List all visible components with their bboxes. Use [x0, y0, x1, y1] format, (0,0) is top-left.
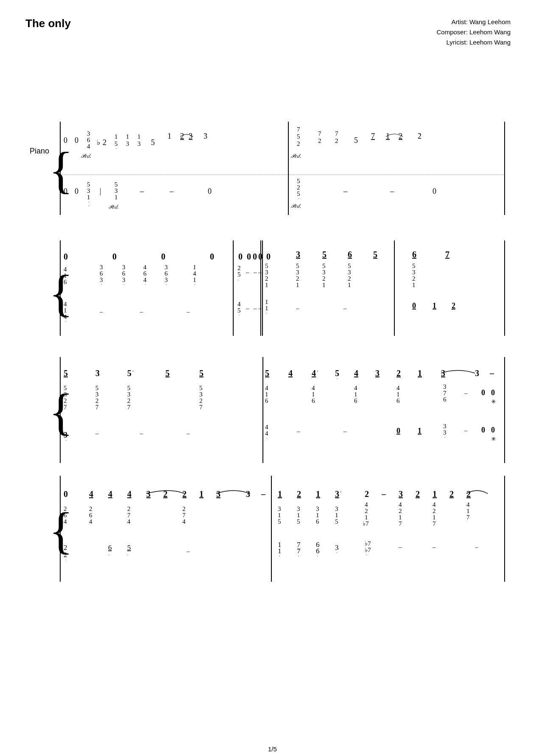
svg-text:0: 0 [396, 427, 400, 435]
svg-text:2: 2 [399, 508, 402, 514]
svg-text:5: 5 [237, 271, 241, 278]
svg-text:1: 1 [418, 427, 422, 435]
svg-text:6: 6 [265, 397, 268, 404]
svg-text:–: – [140, 308, 143, 315]
page-number: 1/5 [268, 745, 277, 753]
svg-text:5: 5 [64, 385, 67, 391]
svg-text:3: 3 [335, 505, 338, 512]
svg-text:4: 4 [466, 501, 470, 508]
svg-text:6: 6 [64, 279, 67, 285]
svg-text:4: 4 [87, 143, 90, 150]
svg-text:·: · [205, 131, 206, 137]
svg-text:6: 6 [143, 270, 147, 277]
svg-text:1: 1 [466, 508, 470, 514]
svg-text:3: 3 [443, 423, 447, 430]
svg-text:5: 5 [87, 181, 90, 188]
svg-text:{: { [49, 142, 73, 198]
svg-text:4: 4 [433, 501, 436, 508]
svg-text:1: 1 [433, 301, 436, 310]
svg-text:5: 5 [322, 262, 326, 269]
svg-text:·: · [65, 550, 66, 555]
svg-text:1: 1 [354, 391, 357, 398]
svg-text:–: – [186, 308, 190, 315]
svg-text:5: 5 [127, 368, 131, 378]
svg-text:–: – [489, 368, 494, 378]
svg-text:–: – [464, 390, 468, 396]
svg-text:3: 3 [127, 391, 131, 398]
svg-text:1: 1 [322, 282, 326, 288]
svg-text:·: · [317, 368, 318, 374]
svg-text:7: 7 [443, 390, 447, 396]
svg-text:2: 2 [237, 265, 241, 271]
svg-text:4: 4 [312, 368, 316, 378]
svg-text:1: 1 [348, 282, 351, 288]
svg-text:5: 5 [165, 368, 170, 378]
svg-text:3: 3 [399, 489, 403, 499]
svg-text:6: 6 [108, 544, 112, 552]
svg-text:2: 2 [365, 508, 368, 514]
svg-text:3: 3 [64, 391, 67, 398]
svg-text:1: 1 [316, 512, 319, 519]
svg-text:3: 3 [412, 269, 416, 276]
svg-text:7: 7 [127, 404, 131, 410]
svg-text:♭: ♭ [97, 138, 100, 147]
svg-text:–: – [258, 269, 262, 276]
svg-text:3: 3 [122, 264, 126, 271]
svg-text:5: 5 [354, 136, 358, 145]
svg-text:0: 0 [64, 136, 67, 145]
svg-text:–: – [398, 544, 402, 550]
svg-text:4: 4 [182, 518, 186, 525]
svg-text:2: 2 [103, 138, 106, 147]
svg-text:·: · [65, 319, 66, 324]
svg-text:3: 3 [95, 368, 100, 378]
svg-text:2: 2 [297, 489, 301, 499]
svg-text:–: – [246, 269, 249, 276]
svg-text:3: 3 [216, 489, 221, 499]
svg-text:0: 0 [210, 252, 214, 261]
svg-text:·: · [444, 435, 446, 440]
svg-text:1: 1 [64, 272, 67, 279]
svg-text:6: 6 [89, 512, 92, 519]
svg-text:2: 2 [265, 275, 268, 282]
svg-text:2: 2 [64, 397, 67, 404]
svg-text:·: · [88, 203, 89, 208]
svg-text:6: 6 [122, 270, 126, 277]
svg-text:5: 5 [265, 262, 268, 269]
svg-text:·: · [298, 547, 299, 552]
composer-label: Composer: Leehom Wang [436, 27, 511, 37]
svg-text:3: 3 [278, 505, 281, 512]
svg-text:4: 4 [143, 264, 147, 271]
svg-text:–: – [95, 430, 99, 437]
svg-text:1: 1 [418, 368, 422, 378]
svg-text:4: 4 [312, 385, 315, 391]
svg-text:0: 0 [64, 489, 68, 499]
svg-text:0: 0 [412, 301, 416, 310]
svg-text:7: 7 [95, 404, 99, 410]
svg-text:3: 3 [95, 391, 99, 398]
svg-text:7: 7 [466, 514, 470, 521]
svg-text:2: 2 [348, 275, 351, 282]
svg-text:4: 4 [354, 368, 358, 378]
svg-text:·: · [266, 311, 268, 315]
svg-text:1: 1 [433, 514, 436, 521]
svg-text:1: 1 [114, 133, 118, 140]
svg-text:3: 3 [297, 505, 300, 512]
svg-text:5: 5 [296, 262, 299, 269]
svg-text:·: · [101, 282, 102, 287]
svg-text:2: 2 [335, 137, 338, 144]
svg-text:2: 2 [297, 140, 300, 147]
svg-text:–: – [140, 187, 144, 195]
svg-text:1: 1 [137, 133, 141, 140]
svg-text:–: – [390, 187, 394, 195]
svg-text:–: – [296, 428, 300, 435]
svg-text:1: 1 [335, 512, 338, 519]
svg-text:·: · [239, 313, 240, 318]
svg-text:·: · [132, 368, 134, 374]
svg-text:1: 1 [126, 133, 129, 140]
svg-text:·: · [116, 146, 117, 151]
svg-text:3: 3 [375, 368, 380, 378]
svg-text:3: 3 [146, 489, 151, 499]
svg-text:·: · [123, 282, 125, 287]
svg-text:–: – [464, 427, 468, 434]
svg-text:6: 6 [100, 270, 103, 277]
